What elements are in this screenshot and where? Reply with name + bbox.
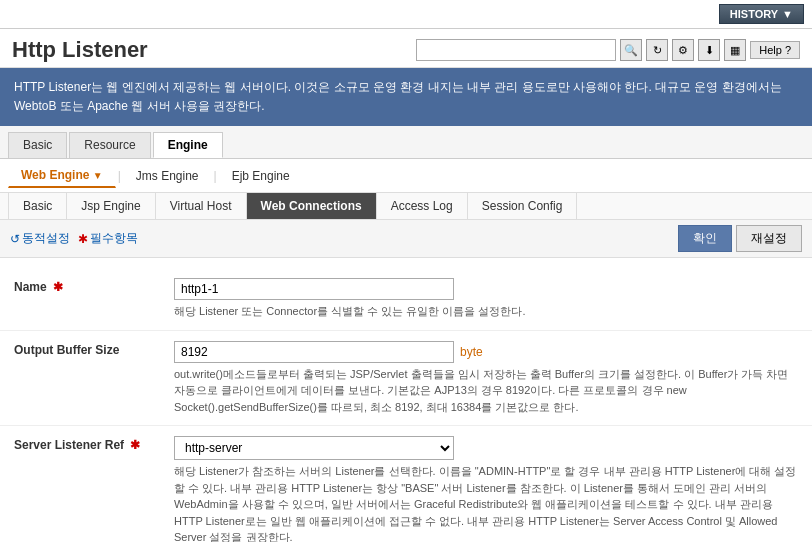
divider-2: | [214,169,217,183]
output-buffer-input[interactable] [174,341,454,363]
required-fields-link[interactable]: ✱ 필수항목 [78,230,138,247]
name-label: Name ✱ [14,278,174,320]
sub-tabs-web-engine: Basic Jsp Engine Virtual Host Web Connec… [0,193,812,220]
dynamic-setting-link[interactable]: ↺ 동적설정 [10,230,70,247]
server-listener-ref-label-text: Server Listener Ref [14,438,124,452]
name-desc-text: 해당 Listener 또는 Connector를 식별할 수 있는 유일한 이… [174,305,525,317]
form-content: Name ✱ 해당 Listener 또는 Connector를 식별할 수 있… [0,258,812,542]
subtab-web-engine[interactable]: Web Engine ▼ [8,163,116,188]
app-title: Http Listener [12,37,148,63]
server-listener-ref-select[interactable]: http-server [174,436,454,460]
output-buffer-label-text: Output Buffer Size [14,343,119,357]
subtab-ejb-engine-label: Ejb Engine [232,169,290,183]
server-listener-ref-required-star: ✱ [130,438,140,452]
output-buffer-unit-label: byte [460,345,483,359]
form-row-server-listener-ref: Server Listener Ref ✱ http-server 해당 Lis… [0,426,812,542]
refresh-button[interactable]: ↻ [646,39,668,61]
help-icon: ? [785,44,791,56]
output-buffer-label: Output Buffer Size [14,341,174,416]
action-left: ↺ 동적설정 ✱ 필수항목 [10,230,138,247]
tab-basic[interactable]: Basic [8,132,67,158]
reset-button[interactable]: 재설정 [736,225,802,252]
required-fields-icon: ✱ [78,232,88,246]
name-field: 해당 Listener 또는 Connector를 식별할 수 있는 유일한 이… [174,278,798,320]
search-button[interactable]: 🔍 [620,39,642,61]
subtab-web-engine-label: Web Engine [21,168,89,182]
server-listener-ref-label: Server Listener Ref ✱ [14,436,174,542]
action-right: 확인 재설정 [678,225,802,252]
history-button[interactable]: HISTORY ▼ [719,4,804,24]
server-listener-ref-desc: 해당 Listener가 참조하는 서버의 Listener를 선택한다. 이름… [174,463,798,542]
help-button[interactable]: Help ? [750,41,800,59]
output-buffer-desc: out.write()메소드들로부터 출력되는 JSP/Servlet 출력들을… [174,366,798,416]
app-title-text: Http Listener [12,37,148,62]
settings-button[interactable]: ⚙ [672,39,694,61]
top-bar: HISTORY ▼ [0,0,812,29]
history-arrow-icon: ▼ [782,8,793,20]
required-fields-label: 필수항목 [90,230,138,247]
subtab-web-engine-arrow-icon: ▼ [93,170,103,181]
output-buffer-input-row: byte [174,341,798,363]
name-required-star: ✱ [53,280,63,294]
export-button[interactable]: ⬇ [698,39,720,61]
tab-resource[interactable]: Resource [69,132,150,158]
form-row-name: Name ✱ 해당 Listener 또는 Connector를 식별할 수 있… [0,268,812,331]
sub-tabs-engine: Web Engine ▼ | Jms Engine | Ejb Engine [0,159,812,193]
app-header: Http Listener 🔍 ↻ ⚙ ⬇ ▦ Help ? [0,29,812,68]
output-buffer-desc-text: out.write()메소드들로부터 출력되는 JSP/Servlet 출력들을… [174,368,788,413]
server-listener-ref-desc-text: 해당 Listener가 참조하는 서버의 Listener를 선택한다. 이름… [174,465,796,542]
name-desc: 해당 Listener 또는 Connector를 식별할 수 있는 유일한 이… [174,303,798,320]
grid-button[interactable]: ▦ [724,39,746,61]
name-label-text: Name [14,280,47,294]
confirm-button[interactable]: 확인 [678,225,732,252]
subtab-jms-engine[interactable]: Jms Engine [123,164,212,188]
action-bar: ↺ 동적설정 ✱ 필수항목 확인 재설정 [0,220,812,258]
history-label: HISTORY [730,8,778,20]
dynamic-setting-label: 동적설정 [22,230,70,247]
subtab-jms-engine-label: Jms Engine [136,169,199,183]
subtab2-web-connections[interactable]: Web Connections [247,193,377,219]
form-row-output-buffer: Output Buffer Size byte out.write()메소드들로… [0,331,812,427]
subtab-ejb-engine[interactable]: Ejb Engine [219,164,303,188]
subtab2-access-log[interactable]: Access Log [377,193,468,219]
dynamic-setting-icon: ↺ [10,232,20,246]
subtab2-session-config[interactable]: Session Config [468,193,578,219]
subtab2-jsp-engine[interactable]: Jsp Engine [67,193,155,219]
description-text: HTTP Listener는 웹 엔진에서 제공하는 웹 서버이다. 이것은 소… [14,80,782,113]
subtab2-virtual-host[interactable]: Virtual Host [156,193,247,219]
main-tabs: Basic Resource Engine [0,126,812,159]
subtab2-basic[interactable]: Basic [8,193,67,219]
divider-1: | [118,169,121,183]
name-input[interactable] [174,278,454,300]
search-input[interactable] [416,39,616,61]
tab-engine[interactable]: Engine [153,132,223,158]
output-buffer-field: byte out.write()메소드들로부터 출력되는 JSP/Servlet… [174,341,798,416]
server-listener-ref-field: http-server 해당 Listener가 참조하는 서버의 Listen… [174,436,798,542]
help-label: Help [759,44,782,56]
description-banner: HTTP Listener는 웹 엔진에서 제공하는 웹 서버이다. 이것은 소… [0,68,812,126]
header-right: 🔍 ↻ ⚙ ⬇ ▦ Help ? [416,39,800,61]
